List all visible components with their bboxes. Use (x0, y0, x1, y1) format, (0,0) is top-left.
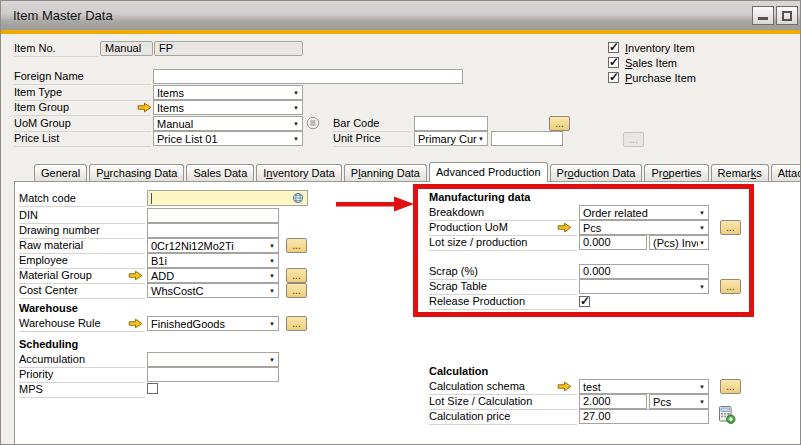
lot-size-calculation-input[interactable]: 2.000 (579, 394, 647, 409)
tab-general[interactable]: General (34, 164, 87, 181)
lot-size-calculation-label: Lot Size / Calculation (429, 395, 577, 410)
item-type-label: Item Type (14, 86, 151, 101)
bar-code-browse-button[interactable]: ... (549, 116, 570, 131)
tab-advanced-production[interactable]: Advanced Production (429, 162, 548, 182)
unit-price-browse-button[interactable]: ... (623, 132, 644, 147)
employee-label: Employee (19, 254, 145, 269)
mps-label: MPS (19, 383, 145, 398)
tab-remarks[interactable]: Remarks (711, 164, 769, 181)
item-managed-by-field[interactable]: Manual (100, 41, 153, 56)
scrap-pct-input[interactable]: 0.000 (579, 264, 709, 279)
item-no-label: Item No. (14, 42, 98, 57)
item-code-field[interactable]: FP (154, 41, 303, 56)
match-code-label: Match code (19, 192, 145, 207)
chevron-down-icon (268, 357, 278, 363)
cost-center-dropdown[interactable]: WhsCostC (147, 283, 279, 298)
tab-properties[interactable]: Properties (644, 164, 708, 181)
employee-dropdown[interactable]: B1i (147, 253, 279, 268)
price-list-dropdown[interactable]: Price List 01 (153, 131, 303, 146)
cost-center-browse-button[interactable]: ... (286, 283, 307, 298)
item-group-dropdown[interactable]: Items (153, 100, 303, 115)
scrap-pct-label: Scrap (%) (429, 265, 577, 280)
scrap-table-dropdown[interactable] (579, 279, 709, 294)
scrap-table-label: Scrap Table (429, 280, 577, 295)
lot-size-production-label: Lot size / production (429, 236, 577, 251)
unit-price-input[interactable] (491, 131, 563, 146)
link-arrow-icon[interactable] (128, 318, 143, 329)
tab-sales-data[interactable]: Sales Data (186, 164, 254, 181)
breakdown-dropdown[interactable]: Order related (579, 205, 709, 220)
din-input[interactable] (147, 208, 279, 223)
unit-price-label: Unit Price (333, 132, 411, 147)
drawing-number-input[interactable] (147, 223, 279, 238)
raw-material-dropdown[interactable]: 0Cr12Ni12Mo2Ti (147, 238, 279, 253)
uom-group-dropdown[interactable]: Manual (153, 116, 303, 131)
link-arrow-icon[interactable] (557, 222, 572, 233)
sales-item-checkbox[interactable] (608, 57, 619, 68)
bar-code-label: Bar Code (333, 117, 411, 132)
gold-accent-bar (1, 30, 800, 34)
link-arrow-icon[interactable] (137, 102, 152, 113)
tab-purchasing-data[interactable]: Purchasing Data (89, 164, 184, 181)
warehouse-rule-dropdown[interactable]: FinishedGoods (147, 316, 279, 331)
minimize-icon (758, 17, 768, 20)
calculation-schema-browse-button[interactable]: ... (720, 379, 741, 394)
purchase-item-checkbox[interactable] (608, 72, 619, 83)
chevron-down-icon (268, 273, 278, 279)
calculation-section-heading: Calculation (429, 365, 488, 377)
cost-center-label: Cost Center (19, 284, 145, 299)
release-production-checkbox[interactable] (579, 296, 590, 307)
release-production-label: Release Production (429, 295, 577, 310)
tab-planning-data[interactable]: Planning Data (344, 164, 427, 181)
accumulation-label: Accumulation (19, 353, 145, 368)
accumulation-dropdown[interactable] (147, 352, 279, 367)
item-group-label: Item Group (14, 101, 151, 116)
tab-attachments[interactable]: Attachments (771, 164, 801, 181)
lot-size-production-input[interactable]: 0.000 (579, 235, 647, 250)
production-uom-browse-button[interactable]: ... (720, 220, 741, 235)
purchase-item-label: Purchase Item (625, 71, 696, 85)
production-uom-label: Production UoM (429, 221, 577, 236)
calculation-price-input[interactable]: 27.00 (579, 409, 709, 424)
lot-size-calculation-uom-dropdown[interactable]: Pcs (649, 394, 709, 409)
item-type-dropdown[interactable]: Items (153, 85, 303, 100)
foreign-name-label: Foreign Name (14, 70, 151, 85)
material-group-browse-button[interactable]: ... (286, 268, 307, 283)
tab-inventory-data[interactable]: Inventory Data (256, 164, 342, 181)
raw-material-label: Raw material (19, 239, 145, 254)
chevron-down-icon (268, 288, 278, 294)
chevron-down-icon (698, 399, 708, 405)
scrap-table-browse-button[interactable]: ... (720, 279, 741, 294)
breakdown-label: Breakdown (429, 206, 577, 221)
title-bar: Item Master Data (1, 1, 800, 31)
tab-production-data[interactable]: Production Data (550, 164, 643, 181)
match-code-input[interactable] (147, 190, 308, 206)
foreign-name-input[interactable] (153, 69, 463, 84)
chevron-down-icon (698, 240, 708, 246)
calculator-add-icon[interactable] (717, 405, 736, 424)
unit-price-currency-dropdown[interactable]: Primary Curre (414, 131, 488, 146)
chevron-down-icon (698, 210, 708, 216)
production-uom-dropdown[interactable]: Pcs (579, 220, 709, 235)
chevron-down-icon (268, 321, 278, 327)
warehouse-rule-label: Warehouse Rule (19, 317, 145, 332)
link-arrow-icon[interactable] (128, 270, 143, 281)
uom-group-label: UoM Group (14, 117, 151, 132)
inventory-item-checkbox[interactable] (608, 42, 619, 53)
list-circle-icon[interactable] (306, 116, 320, 130)
priority-label: Priority (19, 368, 145, 383)
warehouse-rule-browse-button[interactable]: ... (286, 316, 307, 331)
raw-material-browse-button[interactable]: ... (286, 238, 307, 253)
chevron-down-icon (268, 243, 278, 249)
material-group-dropdown[interactable]: ADD (147, 268, 279, 283)
calculation-schema-dropdown[interactable]: test (579, 379, 709, 394)
priority-input[interactable] (147, 367, 279, 382)
bar-code-input[interactable] (414, 116, 488, 131)
mps-checkbox[interactable] (147, 383, 158, 394)
link-arrow-icon[interactable] (557, 381, 572, 392)
manufacturing-section-heading: Manufacturing data (429, 191, 530, 203)
minimize-button[interactable] (752, 6, 774, 25)
chevron-down-icon (292, 90, 302, 96)
lot-size-production-uom-dropdown[interactable]: (Pcs) Inve (649, 235, 709, 250)
maximize-button[interactable] (776, 6, 798, 25)
